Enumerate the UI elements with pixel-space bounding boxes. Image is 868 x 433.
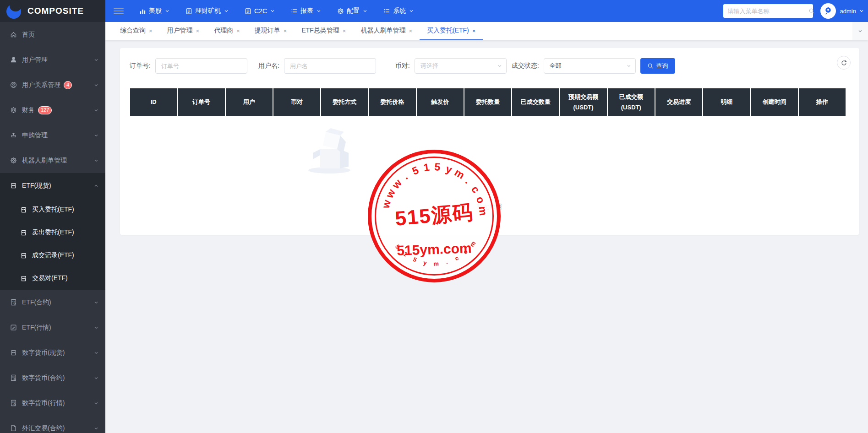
sidebar-item-etf-spot[interactable]: ETF(现货) [0, 173, 105, 198]
column-header: 创建时间 [751, 88, 798, 116]
nav-menu-system[interactable]: 系统 [383, 7, 414, 15]
refresh-button[interactable] [837, 56, 851, 70]
nav-menu-config[interactable]: 配置 [337, 7, 368, 15]
book-icon [186, 8, 192, 15]
nav-menu-us-stock[interactable]: 美股 [139, 7, 170, 15]
edit-icon [10, 324, 17, 331]
tab-close-icon[interactable]: × [284, 27, 287, 34]
sidebar-item-label: 用户关系管理 [22, 81, 60, 89]
sidebar-toggle-icon[interactable] [114, 8, 124, 14]
sidebar-item-label: 财务 [22, 106, 35, 114]
list-icon [383, 8, 390, 15]
sidebar-item-label: 用户管理 [22, 56, 48, 64]
tab-etf-buy[interactable]: 买入委托(ETF)× [420, 22, 483, 40]
list-icon [291, 8, 298, 15]
nav-menu-report[interactable]: 报表 [291, 7, 322, 15]
tab-label: 买入委托(ETF) [427, 27, 469, 35]
status-label: 成交状态: [512, 62, 539, 70]
status-select[interactable]: 全部 [544, 58, 636, 74]
tab-label: 用户管理 [167, 27, 193, 35]
sidebar-item-label: 数字货币(行情) [22, 399, 65, 407]
tab-withdraw-orders[interactable]: 提现订单× [247, 22, 295, 40]
sidebar-item-label: 机器人刷单管理 [22, 157, 67, 165]
sidebar-item-etf-sell[interactable]: 卖出委托(ETF) [0, 221, 105, 244]
sidebar-item-label: 外汇交易(合约) [22, 424, 65, 433]
tab-agent[interactable]: 代理商× [207, 22, 247, 40]
tab-user-mgmt[interactable]: 用户管理× [160, 22, 207, 40]
gear-icon [10, 107, 17, 114]
tab-close-icon[interactable]: × [149, 27, 153, 34]
sidebar-item-user-relation[interactable]: 用户关系管理4 [0, 72, 105, 97]
sidebar-item-label: 申购管理 [22, 131, 48, 140]
avatar[interactable] [820, 3, 836, 19]
search-icon[interactable] [808, 8, 815, 14]
sidebar-item-etf-pairs[interactable]: 交易对(ETF) [0, 267, 105, 290]
sidebar-item-label: ETF(行情) [22, 324, 51, 332]
tab-close-icon[interactable]: × [196, 27, 200, 34]
chevron-down-icon [93, 158, 99, 163]
sidebar-item-crypto-spot[interactable]: 数字货币(现货) [0, 340, 105, 365]
stamp-arc-char: m [433, 260, 439, 267]
username-input[interactable] [284, 58, 376, 74]
query-button[interactable]: 查询 [640, 58, 675, 74]
shop-icon [20, 252, 27, 259]
chevron-down-icon [497, 63, 502, 69]
tab-label: ETF总类管理 [301, 27, 339, 35]
column-header: 委托数量 [464, 88, 512, 116]
chevron-down-icon [93, 426, 99, 431]
sidebar-item-crypto-contract[interactable]: SQL数字货币(合约) [0, 365, 105, 390]
sidebar-item-subscription[interactable]: 申购管理 [0, 123, 105, 148]
sidebar-item-robot-brush[interactable]: 机器人刷单管理 [0, 148, 105, 173]
column-header: 委托价格 [369, 88, 416, 116]
chevron-down-icon [164, 8, 170, 14]
nav-menu-c2c[interactable]: C2C [245, 7, 275, 15]
sidebar-item-label: 成交记录(ETF) [32, 251, 74, 260]
sidebar-item-label: 数字货币(合约) [22, 374, 65, 382]
nav-menu-label: 报表 [300, 7, 313, 15]
tab-close-icon[interactable]: × [409, 27, 412, 34]
top-navbar: COMPOSITE 美股理财矿机C2C报表配置系统 admin [0, 0, 868, 22]
tab-close-icon[interactable]: × [236, 27, 240, 34]
sidebar-item-user-mgmt[interactable]: 用户管理 [0, 47, 105, 72]
pair-select[interactable]: 请选择 [415, 58, 507, 74]
gear-icon [10, 157, 17, 164]
sidebar-item-etf-contract[interactable]: SQLETF(合约) [0, 290, 105, 315]
chevron-down-icon [93, 82, 99, 88]
chevron-down-icon [93, 325, 99, 330]
sidebar-item-forex-contract[interactable]: 外汇交易(合约) [0, 416, 105, 433]
tab-robot-brush[interactable]: 机器人刷单管理× [353, 22, 420, 40]
column-header: 订单号 [178, 88, 225, 116]
sidebar-item-etf-deals[interactable]: 成交记录(ETF) [0, 244, 105, 267]
tab-close-icon[interactable]: × [472, 27, 476, 34]
sidebar-item-finance[interactable]: 财务127 [0, 97, 105, 123]
chevron-down-icon [270, 8, 275, 14]
sidebar-item-home[interactable]: 首页 [0, 22, 105, 47]
top-menu: 美股理财矿机C2C报表配置系统 [139, 7, 414, 15]
column-header: 已成交数量 [512, 88, 560, 116]
chevron-down-icon [93, 57, 99, 63]
sql-icon: SQL [10, 299, 17, 306]
nav-menu-mining[interactable]: 理财矿机 [186, 7, 229, 15]
user-chevron-down-icon[interactable] [859, 8, 864, 14]
tab-label: 代理商 [214, 27, 233, 35]
chevron-down-icon [362, 8, 368, 14]
username[interactable]: admin [840, 8, 856, 15]
tab-strip: 综合查询×用户管理×代理商×提现订单×ETF总类管理×机器人刷单管理×买入委托(… [105, 22, 868, 40]
column-header: 交易进度 [655, 88, 703, 116]
menu-search-input[interactable] [728, 8, 808, 15]
tab-composite-query[interactable]: 综合查询× [113, 22, 160, 40]
tab-close-icon[interactable]: × [343, 27, 346, 34]
stamp-arc-char: 5 [434, 161, 441, 173]
chevron-down-icon [93, 350, 99, 356]
tabs-overflow-button[interactable] [852, 22, 868, 40]
nav-menu-label: 系统 [393, 7, 406, 15]
tab-etf-category[interactable]: ETF总类管理× [294, 22, 353, 40]
chevron-down-icon [93, 133, 99, 138]
sidebar-item-etf-quotes[interactable]: ETF(行情) [0, 315, 105, 340]
nav-menu-label: C2C [254, 7, 267, 15]
sidebar-item-etf-buy[interactable]: 买入委托(ETF) [0, 198, 105, 221]
column-header: 触发价 [417, 88, 464, 116]
home-icon [10, 31, 17, 38]
order-no-input[interactable] [155, 58, 247, 74]
sidebar-item-crypto-quotes[interactable]: SQL数字货币(行情) [0, 390, 105, 416]
